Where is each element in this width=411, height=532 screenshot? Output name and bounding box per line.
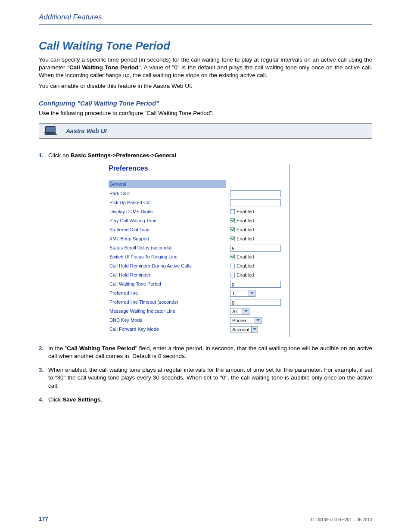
- enabled-text: Enabled: [237, 272, 254, 278]
- procedure-steps: Click on Basic Settings->Preferences->Ge…: [39, 152, 372, 404]
- enabled-text: Enabled: [237, 208, 254, 215]
- text: In the ": [48, 345, 67, 352]
- pickup-input[interactable]: [230, 199, 281, 206]
- section-title: Call Waiting Tone Period: [39, 39, 372, 53]
- text: .: [101, 396, 103, 403]
- select-value: Account: [230, 327, 251, 333]
- step-2: In the "Call Waiting Tone Period" field,…: [39, 345, 372, 360]
- page-number: 177: [39, 516, 48, 522]
- paragraph-intro: You can specify a specific time period (…: [39, 56, 372, 80]
- document-id: 41-001386-00 REV01 – 06.2013: [310, 517, 372, 522]
- computer-icon: [44, 125, 58, 137]
- label: Call Waiting Tone Period: [109, 281, 230, 287]
- aastra-bar-label: Aastra Web UI: [66, 128, 107, 134]
- scroll-delay-input[interactable]: 5: [230, 245, 281, 252]
- cfwd-select[interactable]: Account: [230, 326, 258, 333]
- row-play-cw: Play Call Waiting Tone Enabled: [109, 217, 290, 225]
- chevron-down-icon: [243, 308, 249, 314]
- chevron-down-icon: [255, 317, 261, 324]
- label: Call Forward Key Mode: [109, 326, 230, 333]
- paragraph-enable-note: You can enable or disable this feature i…: [39, 82, 372, 90]
- paragraph-procedure: Use the following procedure to configure…: [39, 109, 372, 117]
- row-hold-reminder-active: Call Hold Reminder During Active Calls E…: [109, 262, 290, 271]
- prefs-heading: Preferences: [109, 164, 290, 173]
- step-4: Click Save Settings.: [39, 396, 372, 404]
- dnd-select[interactable]: Phone: [230, 317, 262, 324]
- park-call-input[interactable]: [230, 190, 281, 197]
- row-cfwd-key-mode: Call Forward Key Mode Account: [109, 325, 290, 334]
- row-xml-beep: XML Beep Support Enabled: [109, 235, 290, 243]
- label: Status Scroll Delay (seconds): [109, 245, 230, 251]
- holdrem-checkbox[interactable]: [230, 273, 235, 277]
- enabled-text: Enabled: [237, 254, 254, 260]
- stutter-checkbox[interactable]: [230, 227, 235, 232]
- enabled-text: Enabled: [237, 227, 254, 233]
- label: Play Call Waiting Tone: [109, 218, 230, 224]
- switchui-checkbox[interactable]: [230, 255, 235, 259]
- row-switch-ui: Switch UI Focus To Ringing Line Enabled: [109, 253, 290, 261]
- preferences-screenshot: Preferences General Park Call: Pick Up P…: [109, 164, 290, 336]
- select-value: Phone: [230, 317, 255, 324]
- cw-period-input[interactable]: 0: [230, 281, 281, 288]
- config-subheading: Configuring "Call Waiting Tone Period": [39, 100, 372, 107]
- row-dnd-key-mode: DND Key Mode Phone: [109, 316, 290, 325]
- chevron-down-icon: [251, 327, 258, 333]
- select-value: All: [230, 308, 243, 314]
- label: Preferred line: [109, 290, 230, 296]
- label: Park Call:: [109, 190, 230, 197]
- enabled-text: Enabled: [237, 236, 254, 242]
- text: Click on: [48, 152, 71, 159]
- row-hold-reminder: Call Hold Reminder Enabled: [109, 271, 290, 280]
- row-preferred-line: Preferred line 1: [109, 289, 290, 298]
- label: Switch UI Focus To Ringing Line: [109, 254, 230, 260]
- label: Preferred line Timeout (seconds): [109, 299, 230, 305]
- page-footer: 177 41-001386-00 REV01 – 06.2013: [39, 516, 372, 522]
- save-settings-text: Save Settings: [62, 396, 101, 403]
- label: Call Hold Reminder: [109, 272, 230, 278]
- holdrem-active-checkbox[interactable]: [230, 264, 235, 268]
- preferred-line-select[interactable]: 1: [230, 290, 255, 297]
- text: Click: [48, 396, 62, 403]
- running-header: Additional Features: [39, 13, 372, 25]
- row-dtmf: Display DTMF Digits Enabled: [109, 208, 290, 216]
- row-mwi-line: Message Waiting Indicator Line All: [109, 307, 290, 316]
- chevron-down-icon: [249, 290, 255, 296]
- row-scroll-delay: Status Scroll Delay (seconds) 5: [109, 244, 290, 252]
- enabled-text: Enabled: [237, 218, 254, 224]
- label: XML Beep Support: [109, 236, 230, 242]
- row-preferred-line-timeout: Preferred line Timeout (seconds) 0: [109, 298, 290, 307]
- svg-rect-1: [46, 127, 55, 132]
- label: Message Waiting Indicator Line: [109, 308, 230, 314]
- label: Call Hold Reminder During Active Calls: [109, 263, 230, 269]
- prefs-section-header: General: [109, 180, 226, 188]
- mwi-select[interactable]: All: [230, 308, 249, 315]
- row-pickup-parked: Pick Up Parked Call:: [109, 199, 290, 207]
- step-1: Click on Basic Settings->Preferences->Ge…: [39, 152, 372, 337]
- label: Pick Up Parked Call:: [109, 199, 230, 206]
- label: Display DTMF Digits: [109, 208, 230, 215]
- aastra-web-ui-bar: Aastra Web UI: [39, 123, 372, 139]
- label: Stuttered Dial Tone: [109, 227, 230, 233]
- param-name: Call Waiting Tone Period: [69, 64, 138, 71]
- playcw-checkbox[interactable]: [230, 218, 235, 223]
- row-cw-tone-period: Call Waiting Tone Period 0: [109, 280, 290, 289]
- xml-checkbox[interactable]: [230, 236, 235, 241]
- field-name: Call Waiting Tone Period: [67, 345, 135, 352]
- select-value: 1: [230, 290, 249, 296]
- nav-path: Basic Settings->Preferences->General: [71, 152, 176, 159]
- row-stuttered: Stuttered Dial Tone Enabled: [109, 226, 290, 234]
- dtmf-checkbox[interactable]: [230, 209, 235, 214]
- step-3: When enabled, the call waiting tone play…: [39, 366, 372, 390]
- prefline-timeout-input[interactable]: 0: [230, 299, 281, 306]
- label: DND Key Mode: [109, 317, 230, 324]
- row-park-call: Park Call:: [109, 190, 290, 198]
- enabled-text: Enabled: [237, 263, 254, 269]
